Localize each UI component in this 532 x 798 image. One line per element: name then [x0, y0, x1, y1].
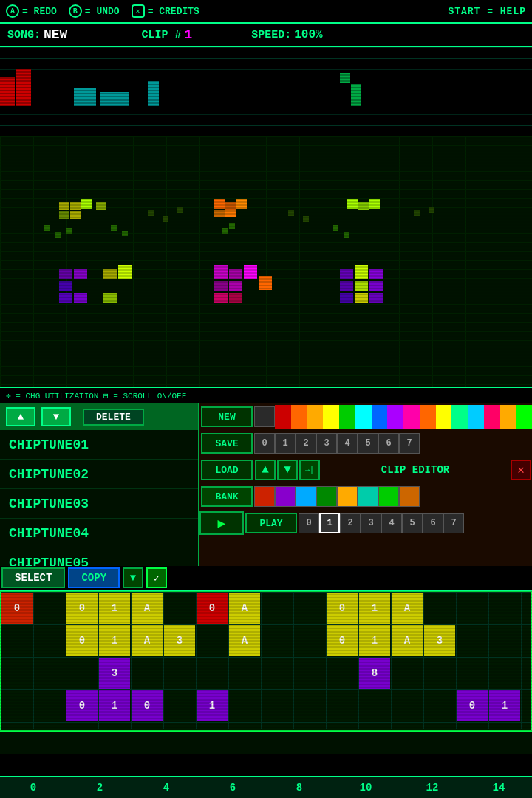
clip-next-button[interactable]: ▼ [277, 460, 298, 480]
color-cell[interactable] [451, 405, 468, 429]
tab-check-icon[interactable]: ✓ [146, 567, 167, 588]
hint-bar: ✛ = CHG UTILIZATION ⊞ = SCROLL ON/OFF [0, 387, 532, 403]
play-num-7[interactable]: 7 [443, 513, 464, 533]
right-panel: NEW SAVE 01234567 LOAD ▲ ▼ →| CLIP EDITO… [200, 403, 532, 576]
play-nums-row: 01234567 [299, 513, 464, 533]
play-num-1[interactable]: 1 [319, 513, 340, 533]
ruler-14: 14 [466, 782, 532, 794]
clip-num-6[interactable]: 6 [378, 433, 399, 454]
clip-num-4[interactable]: 4 [337, 433, 358, 454]
new-row: NEW [200, 403, 532, 430]
ruler-8: 8 [266, 782, 332, 794]
ruler: 0 2 4 6 8 10 12 14 [0, 776, 532, 798]
tab-down-icon[interactable]: ▼ [123, 567, 143, 588]
clip-nums-row1: 01234567 [254, 433, 420, 454]
bank-color-cell[interactable] [358, 486, 378, 507]
song-name: NEW [44, 27, 67, 42]
color-cell[interactable] [355, 405, 372, 429]
undo-hint: B = UNDO [69, 4, 120, 18]
bank-color-cell[interactable] [378, 486, 399, 507]
color-cell[interactable] [387, 405, 403, 429]
play-triangle-button[interactable]: ▶ [200, 511, 244, 535]
play-num-4[interactable]: 4 [381, 513, 402, 533]
color-cell[interactable] [323, 405, 339, 429]
color-cell[interactable] [420, 405, 436, 429]
color-cell[interactable] [500, 405, 516, 429]
play-num-2[interactable]: 2 [340, 513, 361, 533]
bank-color-cell[interactable] [254, 486, 275, 507]
bank-color-cell[interactable] [316, 486, 337, 507]
bank-color-cell[interactable] [275, 486, 296, 507]
play-num-0[interactable]: 0 [299, 513, 319, 533]
clip-editor-close[interactable]: ✕ [511, 460, 531, 480]
select-tab[interactable]: SELECT [1, 567, 65, 588]
color-cell[interactable] [436, 405, 452, 429]
ruler-12: 12 [399, 782, 466, 794]
new-button[interactable]: NEW [201, 406, 253, 427]
a-button[interactable]: A [6, 4, 19, 18]
credits-label: = CREDITS [148, 6, 200, 17]
copy-tab[interactable]: COPY [68, 567, 120, 588]
chiptune-item-2[interactable]: CHIPTUNE02 [0, 460, 198, 489]
ruler-2: 2 [66, 782, 133, 794]
bank-color-cell[interactable] [399, 486, 420, 507]
load-row: LOAD ▲ ▼ →| CLIP EDITOR ✕ [200, 457, 532, 483]
b-button[interactable]: B [69, 4, 82, 18]
controls-area: ▲ ▼ DELETE CHIPTUNE01 CHIPTUNE02 CHIPTUN… [0, 403, 532, 576]
play-num-6[interactable]: 6 [423, 513, 443, 533]
hint-text: ✛ = CHG UTILIZATION ⊞ = SCROLL ON/OFF [6, 391, 186, 400]
clip-num-2[interactable]: 2 [296, 433, 316, 454]
song-bar: SONG: NEW CLIP # 1 SPEED: 100% [0, 24, 532, 47]
save-button[interactable]: SAVE [201, 433, 253, 454]
chiptune-item-4[interactable]: CHIPTUNE04 [0, 519, 198, 548]
bank-button[interactable]: BANK [201, 486, 253, 507]
color-cell[interactable] [372, 405, 388, 429]
waveform-canvas [0, 47, 532, 136]
color-cell[interactable] [403, 405, 420, 429]
clip-prev-button[interactable]: ▲ [255, 460, 276, 480]
speed-val: 100% [294, 28, 322, 41]
clip-editor-label: CLIP EDITOR [321, 464, 510, 476]
main-grid[interactable] [0, 591, 532, 754]
load-button[interactable]: LOAD [201, 460, 253, 480]
bank-color-cell[interactable] [296, 486, 316, 507]
play-num-3[interactable]: 3 [361, 513, 381, 533]
ruler-0: 0 [0, 782, 66, 794]
clip-num-7[interactable]: 7 [399, 433, 420, 454]
redo-hint: A = REDO [6, 4, 57, 18]
delete-button[interactable]: DELETE [83, 409, 144, 426]
clip-num-1[interactable]: 1 [275, 433, 296, 454]
color-cell[interactable] [468, 405, 484, 429]
chiptune-item-3[interactable]: CHIPTUNE03 [0, 489, 198, 519]
sequencer-area[interactable] [0, 136, 532, 387]
clip-num-5[interactable]: 5 [358, 433, 378, 454]
x-button[interactable]: ✕ [132, 4, 145, 18]
color-strip [275, 405, 532, 429]
color-cell[interactable] [516, 405, 532, 429]
scroll-down-button[interactable]: ▼ [41, 407, 71, 426]
grid-canvas [0, 591, 532, 732]
speed-label: SPEED: [251, 29, 291, 41]
clip-new-outlined [254, 406, 275, 427]
start-help: START = HELP [448, 6, 526, 17]
color-cell[interactable] [484, 405, 500, 429]
ruler-4: 4 [133, 782, 200, 794]
play-row: ▶ PLAY 01234567 [200, 510, 532, 536]
clip-jump-button[interactable]: →| [299, 460, 320, 480]
play-label[interactable]: PLAY [245, 513, 297, 533]
play-num-5[interactable]: 5 [402, 513, 423, 533]
scroll-up-button[interactable]: ▲ [6, 407, 35, 426]
arrow-row: ▲ ▼ DELETE [0, 403, 198, 430]
clip-label: CLIP # [141, 29, 181, 41]
clip-num-0[interactable]: 0 [254, 433, 275, 454]
waveform-area [0, 47, 532, 136]
clip-num-3[interactable]: 3 [316, 433, 337, 454]
bank-colors [254, 486, 420, 507]
color-cell[interactable] [291, 405, 307, 429]
bank-row: BANK [200, 483, 532, 510]
color-cell[interactable] [275, 405, 291, 429]
bank-color-cell[interactable] [337, 486, 358, 507]
color-cell[interactable] [307, 405, 324, 429]
chiptune-item-1[interactable]: CHIPTUNE01 [0, 430, 198, 460]
color-cell[interactable] [339, 405, 355, 429]
